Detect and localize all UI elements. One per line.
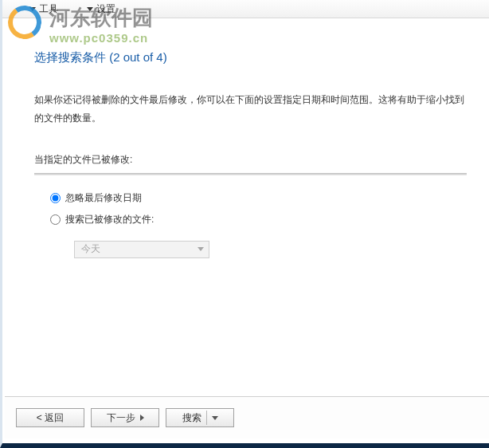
radio-group: 忽略最后修改日期 搜索已被修改的文件: [50, 191, 467, 226]
split-divider [206, 411, 207, 425]
page-title-text: 选择搜索条件 [34, 50, 106, 64]
menu-tools[interactable]: 工具 [29, 2, 58, 16]
radio-search-modified-input[interactable] [50, 214, 61, 225]
radio-ignore-date-label: 忽略最后修改日期 [65, 191, 142, 205]
menu-bar: 工具 设置 [2, 0, 489, 18]
date-range-dropdown[interactable]: 今天 [74, 241, 209, 258]
radio-search-modified[interactable]: 搜索已被修改的文件: [50, 213, 467, 226]
radio-ignore-date[interactable]: 忽略最后修改日期 [50, 191, 467, 205]
chevron-down-icon [29, 7, 36, 11]
section-separator [34, 173, 467, 175]
footer-button-bar: < 返回 下一步 搜索 [5, 396, 489, 438]
radio-search-modified-label: 搜索已被修改的文件: [65, 213, 154, 226]
next-button[interactable]: 下一步 [91, 408, 159, 427]
radio-ignore-date-input[interactable] [50, 193, 61, 203]
chevron-down-icon [212, 416, 218, 420]
menu-settings-label: 设置 [96, 2, 115, 16]
next-button-label: 下一步 [107, 411, 135, 425]
chevron-right-icon [140, 415, 144, 421]
search-button[interactable]: 搜索 [166, 408, 234, 427]
page-title: 选择搜索条件 (2 out of 4) [34, 50, 467, 65]
menu-settings[interactable]: 设置 [87, 2, 115, 16]
menu-tools-label: 工具 [39, 2, 58, 16]
wizard-window: 工具 设置 河东软件园 www.pc0359.cn 选择搜索条件 (2 out … [0, 0, 489, 448]
back-button-label: < 返回 [37, 411, 64, 425]
page-title-counter: (2 out of 4) [109, 50, 167, 64]
chevron-down-icon [87, 7, 93, 11]
search-button-label: 搜索 [182, 411, 201, 425]
chevron-down-icon [198, 247, 204, 251]
page-description: 如果你还记得被删除的文件最后修改，你可以在下面的设置指定日期和时间范围。这将有助… [34, 91, 467, 128]
content-area: 选择搜索条件 (2 out of 4) 如果你还记得被删除的文件最后修改，你可以… [2, 18, 489, 258]
dropdown-value: 今天 [81, 242, 100, 256]
section-label: 当指定的文件已被修改: [34, 153, 467, 167]
back-button[interactable]: < 返回 [16, 408, 84, 427]
